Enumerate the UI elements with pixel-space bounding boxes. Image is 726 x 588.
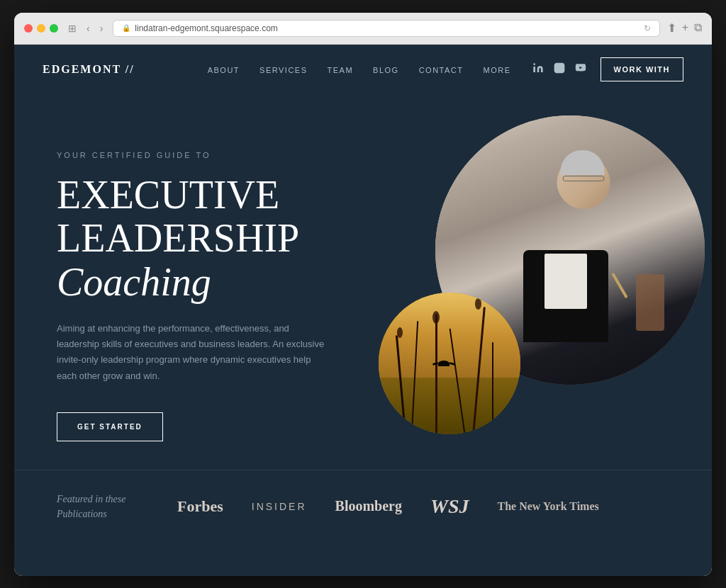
instagram-icon[interactable] [554,62,565,76]
svg-point-1 [533,63,535,65]
hero-description: Aiming at enhancing the performance, eff… [57,321,326,383]
nav-link-about[interactable]: ABOUT [208,66,240,74]
browser-controls: ⊞ ‹ › [65,21,106,35]
reed-top-3 [475,298,481,310]
person-shirt [544,254,587,309]
hero-title-line1: EXECUTIVE [57,173,279,217]
nav-link-more[interactable]: MORE [484,66,511,74]
svg-point-4 [562,65,562,66]
person-glasses [563,176,605,181]
site-content: EDGEMONT // ABOUT SERVICES TEAM BLOG CON… [14,45,712,576]
tabs-icon[interactable]: ⧉ [694,21,702,35]
hero-section: YOUR CERTIFIED GUIDE TO EXECUTIVE LEADER… [14,94,712,470]
person-jacket [523,250,608,342]
work-with-button[interactable]: WORK WITH [601,57,683,81]
hero-images [322,94,712,505]
nav-item-services[interactable]: SERVICES [259,63,307,76]
nav-item-contact[interactable]: CONTACT [419,63,464,76]
site-logo[interactable]: EDGEMONT // [43,63,135,76]
nav-link-blog[interactable]: BLOG [373,66,399,74]
minimize-dot[interactable] [37,24,45,33]
new-tab-icon[interactable]: + [682,21,688,35]
hero-image-small [379,293,520,434]
social-icons [532,62,586,76]
refresh-icon[interactable]: ↻ [644,23,651,33]
pub-label-line2: Publications [57,509,107,519]
nav-item-blog[interactable]: BLOG [373,63,399,76]
svg-point-3 [557,66,562,71]
main-nav: EDGEMONT // ABOUT SERVICES TEAM BLOG CON… [14,45,712,94]
nature-background [379,293,520,434]
reed-6 [492,342,493,434]
url-text: lindatran-edgemont.squarespace.com [135,23,277,33]
back-icon[interactable]: ‹ [84,21,93,35]
nav-item-more[interactable]: MORE [484,63,511,76]
person-head [557,156,610,209]
sidebar-toggle-icon[interactable]: ⊞ [65,21,79,35]
browser-chrome: ⊞ ‹ › 🔒 lindatran-edgemont.squarespace.c… [14,13,712,45]
insider-logo[interactable]: INSIDER [252,501,307,512]
nav-links: ABOUT SERVICES TEAM BLOG CONTACT MORE [208,63,511,76]
nav-link-team[interactable]: TEAM [328,66,354,74]
hero-title-italic: Coaching [57,260,211,304]
reed-top-2 [432,311,440,324]
svg-rect-0 [533,67,535,72]
publications-label: Featured in these Publications [57,492,149,521]
reed-top-1 [397,327,403,338]
close-dot[interactable] [24,24,33,33]
nav-link-services[interactable]: SERVICES [259,66,307,74]
hero-title-line2: LEADERSHIP [57,216,298,260]
browser-actions: ⬆ + ⧉ [667,21,702,35]
nav-item-about[interactable]: ABOUT [208,63,240,76]
browser-dots [24,24,58,33]
nav-link-contact[interactable]: CONTACT [419,66,464,74]
address-bar[interactable]: 🔒 lindatran-edgemont.squarespace.com ↻ [113,20,659,37]
maximize-dot[interactable] [50,24,58,33]
browser-window: ⊞ ‹ › 🔒 lindatran-edgemont.squarespace.c… [14,13,712,576]
pub-label-line1: Featured in these [57,494,125,504]
forbes-logo[interactable]: Forbes [177,497,223,516]
youtube-icon[interactable] [575,62,586,76]
lock-icon: 🔒 [122,24,130,32]
linkedin-icon[interactable] [532,62,544,76]
share-icon[interactable]: ⬆ [667,21,676,35]
chair-arm [636,274,664,331]
get-started-button[interactable]: GET STARTED [57,412,163,441]
forward-icon[interactable]: › [97,21,106,35]
bird-body [438,361,449,366]
nav-item-team[interactable]: TEAM [328,63,354,76]
reed-3 [435,314,437,434]
